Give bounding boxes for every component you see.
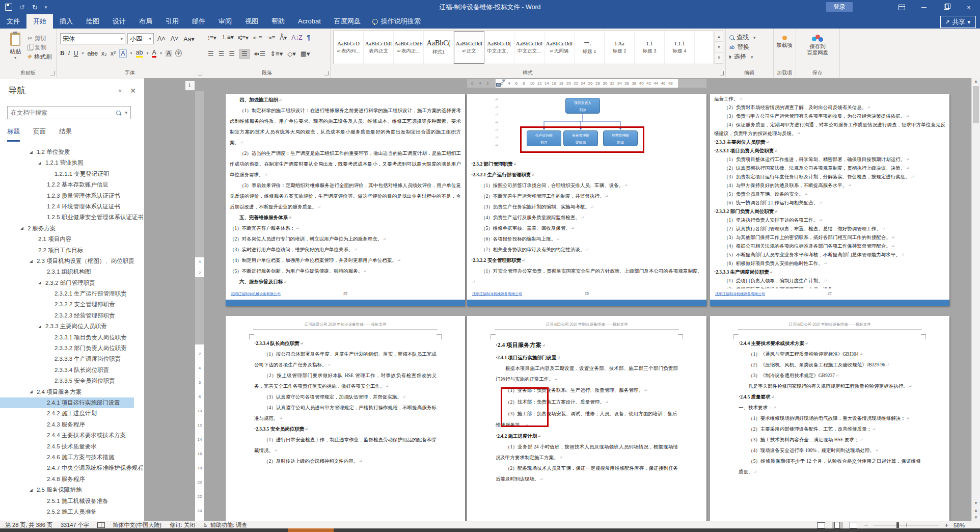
document-page-27[interactable]: 运营工作。（2）负责对市场经营情况的调查了解，及时向公司反馈有关信息。（3）负责… xyxy=(710,94,949,306)
doc-paragraph[interactable]: （4）现场设备安全运行率 100%，规定时间到达现场处理。 xyxy=(739,445,921,456)
tab-绘图[interactable]: 绘图 xyxy=(79,14,106,29)
tab-视图[interactable]: 视图 xyxy=(238,14,265,29)
doc-paragraph[interactable]: ·2.3.2.2 安全管理部职责 xyxy=(471,255,702,266)
doc-paragraph[interactable]: （1）《通风与空调工程质量检验评定标准》GBJ304 xyxy=(739,349,921,360)
nav-item[interactable]: 2.3.2.3 经营管理部职责 xyxy=(0,310,134,321)
tab-审阅[interactable]: 审阅 xyxy=(212,14,238,29)
nav-item[interactable]: 2.3.1 组织机构图 xyxy=(0,267,134,277)
zoom-in-button[interactable]: + xyxy=(944,521,948,529)
nav-item[interactable]: 2.4.1 项目运行实施部门设置 xyxy=(0,397,134,408)
doc-paragraph[interactable]: （2）配备现场技术人员及车辆，保证一定规模常用维修配件库存，保证接到任务后能及时… xyxy=(496,463,678,485)
tab-设计[interactable]: 设计 xyxy=(106,14,132,29)
doc-paragraph[interactable]: ·2.3.3.1 项目负责人岗位职责 xyxy=(714,147,945,155)
doc-paragraph[interactable]: （3）施工技术资料内容齐全，满足现场 HSE 要求； xyxy=(739,435,921,445)
nav-item[interactable]: 2.3.3.4 队长岗位职责 xyxy=(0,365,134,376)
doc-paragraph[interactable]: （6）统一协调各部门工作运行与相关配合。 xyxy=(714,199,945,207)
document-page-28[interactable]: 辽河油田公司 2020 年制冷设备维修——投标文件 ·2.3.3.4 队长岗位职… xyxy=(226,316,465,521)
doc-paragraph[interactable]: ·2.3.3.2 部门负责人岗位职责 xyxy=(714,207,945,216)
web-layout-button[interactable] xyxy=(848,522,859,529)
ribbon-display-options-button[interactable] xyxy=(890,0,913,14)
navigation-close-icon[interactable]: ✕ xyxy=(130,87,136,95)
tab-插入[interactable]: 插入 xyxy=(53,14,79,29)
tab-引用[interactable]: 引用 xyxy=(159,14,185,29)
strikethrough-button[interactable]: abc xyxy=(88,50,98,57)
doc-paragraph[interactable]: （1）进行日常安全检查工作，制止违章作业，监督检查劳动保护用品的配备和穿戴情况。 xyxy=(254,435,437,456)
align-left-button[interactable]: ☰ xyxy=(208,50,214,58)
addins-button[interactable]: 加载项 xyxy=(773,36,796,48)
shrink-font-button[interactable]: A˅ xyxy=(169,35,180,42)
doc-paragraph[interactable]: 根据本项目施工内容及工期设置，设置业务部、技术部、施工部三个部门负责部门运行与实… xyxy=(496,363,678,385)
nav-item[interactable]: 2.4.2 施工进度计划 xyxy=(0,408,134,419)
cut-button[interactable]: ✂剪切 xyxy=(28,34,52,43)
doc-paragraph[interactable]: ·2.3.3.5 安全员岗位职责 xyxy=(254,424,437,435)
doc-paragraph[interactable]: （2）对各岗位人员进行专门的培训，树立以用户单位为上的服务理念。 xyxy=(230,234,461,245)
tell-me-search[interactable]: 操作说明搜索 xyxy=(372,14,421,29)
signin-button[interactable]: 登录 xyxy=(826,2,853,12)
find-button[interactable]: 查找▾ xyxy=(725,33,773,42)
doc-paragraph[interactable]: （3）《制冷设备通用技术规定》GB9237 xyxy=(739,370,921,381)
nav-item[interactable]: 2.3.2.2 安全管理部职责 xyxy=(0,299,134,310)
copy-button[interactable]: 复制 xyxy=(28,43,52,52)
doc-paragraph[interactable]: （6）积极做好项目负责人安排的临时性工作。 xyxy=(714,259,945,268)
nav-item[interactable]: 1.2.2 基本存款账户信息 xyxy=(0,179,134,190)
navigation-search-box[interactable]: ▾ xyxy=(7,106,131,119)
doc-paragraph[interactable]: （2）不断完善生产运营和管理工作的制度，并监督执行。 xyxy=(471,191,702,202)
zoom-slider[interactable] xyxy=(873,525,939,525)
superscript-button[interactable]: x² xyxy=(111,50,116,57)
doc-paragraph[interactable]: （1）对安全管理办公室负责，贯彻落实国家安全生产的方针政策、上级部门及本公司的各… xyxy=(471,266,702,287)
word-count[interactable]: 33147 个字 xyxy=(61,521,89,529)
nav-item[interactable]: 1.2.3 质量管理体系认证证书 xyxy=(0,191,134,201)
format-painter-button[interactable]: 格式刷 xyxy=(28,52,52,61)
nav-tab-标题[interactable]: 标题 xyxy=(7,127,20,142)
close-button[interactable]: × xyxy=(958,0,980,14)
tab-stop-selector[interactable]: L xyxy=(185,81,195,91)
nav-item[interactable]: 2.4.4 主要技术要求或技术方案 xyxy=(0,430,134,441)
nav-tab-页面[interactable]: 页面 xyxy=(33,127,46,142)
vertical-ruler[interactable]: 42 24681012141618202224 xyxy=(195,91,204,521)
doc-paragraph[interactable]: ·2.4.1 项目运行实施部门设置 xyxy=(496,353,678,363)
page-indicator[interactable]: 第 28 页, 共 386 页 xyxy=(5,521,52,529)
tab-帮助[interactable]: 帮助 xyxy=(265,14,291,29)
doc-paragraph[interactable]: （5）负责全员及车辆、设备的安全。 xyxy=(714,190,945,199)
doc-paragraph[interactable]: 六、服务宗旨及目标 xyxy=(230,277,461,287)
zoom-level[interactable]: 58% xyxy=(954,522,965,528)
enclose-char-button[interactable]: 字 xyxy=(175,49,182,57)
doc-paragraph[interactable]: ·2.4.2 施工进度计划 xyxy=(496,431,678,442)
increase-indent-button[interactable]: ⇥≡ xyxy=(266,34,275,41)
subscript-button[interactable]: x₂ xyxy=(101,50,107,57)
doc-paragraph[interactable]: （2）主要采用内部修理设备配件、工艺，改善维修质量； xyxy=(739,424,921,435)
multilevel-list-button[interactable]: ⑆≡▾ xyxy=(238,34,249,41)
select-button[interactable]: 选择▾ xyxy=(725,52,773,62)
nav-item[interactable]: 2.4.6 施工方案与技术措施 xyxy=(0,452,134,463)
nav-item[interactable]: 1.2.1 营业执照 xyxy=(0,157,134,168)
track-changes-indicator[interactable]: 修订: 关闭 xyxy=(170,521,195,529)
doc-paragraph[interactable]: 五、完善维修服务体系 xyxy=(230,212,461,223)
nav-item[interactable]: 2.5.1 施工机械设备准备 xyxy=(0,496,134,507)
tab-开始[interactable]: 开始 xyxy=(26,14,53,29)
sort-button[interactable]: A↓Z xyxy=(291,34,302,41)
doc-paragraph[interactable]: （3）事后效果评价：定期组织对维修服务进行全面的评价，其中包括对维修人员绩效评价… xyxy=(230,180,461,212)
style-card[interactable]: AaBbCcD↵表内列... xyxy=(334,31,364,64)
nav-item[interactable]: 2.3.3.5 安全员岗位职责 xyxy=(0,376,134,386)
nav-item[interactable]: 2.3.3 主要岗位人员职责 xyxy=(0,321,134,332)
nav-item[interactable]: 2.2 项目工作目标 xyxy=(0,245,134,256)
doc-paragraph[interactable]: （3）与其他部门保持工作上的密切联系，搞好各部门相互间工作的衔接配合。 xyxy=(714,233,945,242)
scroll-up-icon[interactable]: ▲ xyxy=(972,79,980,84)
styles-scroll-up-icon[interactable]: ▲ xyxy=(715,31,723,42)
doc-paragraph[interactable]: （5）维修质保期须不少于 12 个月，从验收合格交付使用之日起计算，保证维修质量… xyxy=(739,456,921,477)
document-page-26[interactable]: ↵ ↵ ↵ ↵ ↵ ↵ ↵ 项目负责人刘冰 生产运行部刘月 安全管理部梁德源 xyxy=(467,94,706,306)
search-icon[interactable] xyxy=(116,111,121,115)
doc-paragraph[interactable]: （5）维修单据审核、盖章、回收及保管。 xyxy=(471,223,702,234)
nav-item[interactable]: 2.1 项目内容 xyxy=(0,234,134,245)
navigation-chevron-icon[interactable]: ˅ xyxy=(119,88,122,94)
document-canvas[interactable]: L 642 2468101214161820222426283032343638… xyxy=(144,78,972,521)
underline-button[interactable]: U xyxy=(74,50,78,57)
doc-paragraph[interactable]: （1）受项目负责人领导，编制月度生产计划。 xyxy=(714,277,945,285)
nav-item[interactable]: 2.3.3.1 项目负责人岗位职责 xyxy=(0,332,134,343)
doc-paragraph[interactable]: ·2.3.2.1 生产运行部管理职责 xyxy=(471,170,702,180)
search-input[interactable] xyxy=(8,109,116,116)
doc-paragraph[interactable]: （6）各项报价投标的编制与上报。 xyxy=(471,234,702,245)
doc-paragraph[interactable]: （4）认真遵守公司人员进出甲方管理规定，严格执行操作规程，不断提高服务标准与规范… xyxy=(254,403,437,424)
tab-布局[interactable]: 布局 xyxy=(132,14,159,29)
style-card[interactable]: 一、标题 1 xyxy=(575,31,605,64)
